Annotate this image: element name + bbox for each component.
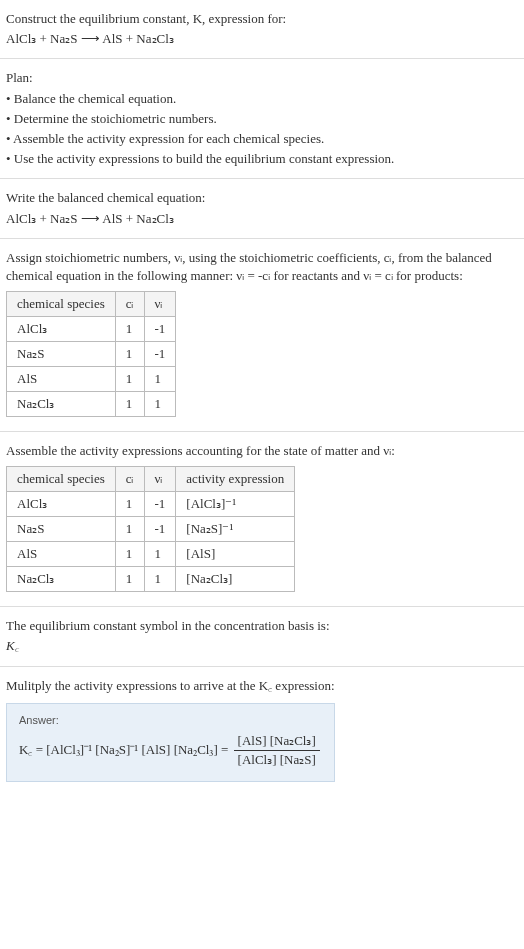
- cell-species: AlS: [7, 367, 116, 392]
- cell-species: AlCl₃: [7, 492, 116, 517]
- table-row: AlCl₃ 1 -1 [AlCl₃]⁻¹: [7, 492, 295, 517]
- answer-fraction: [AlS] [Na₂Cl₃] [AlCl₃] [Na₂S]: [234, 732, 320, 769]
- cell-species: Na₂Cl₃: [7, 567, 116, 592]
- stoich-section: Assign stoichiometric numbers, νᵢ, using…: [0, 239, 524, 432]
- cell-ci: 1: [115, 492, 144, 517]
- cell-activity: [Na₂S]⁻¹: [176, 517, 295, 542]
- cell-vi: 1: [144, 392, 176, 417]
- stoich-table: chemical species cᵢ νᵢ AlCl₃ 1 -1 Na₂S 1…: [6, 291, 176, 417]
- prompt-section: Construct the equilibrium constant, K, e…: [0, 0, 524, 59]
- cell-vi: -1: [144, 492, 176, 517]
- cell-activity: [AlCl₃]⁻¹: [176, 492, 295, 517]
- symbol-value: K꜀: [6, 637, 518, 655]
- table-header-row: chemical species cᵢ νᵢ activity expressi…: [7, 467, 295, 492]
- cell-vi: 1: [144, 567, 176, 592]
- cell-ci: 1: [115, 317, 144, 342]
- cell-vi: -1: [144, 517, 176, 542]
- answer-label: Answer:: [19, 714, 322, 726]
- cell-species: AlCl₃: [7, 317, 116, 342]
- cell-species: Na₂S: [7, 517, 116, 542]
- table-row: AlS 1 1 [AlS]: [7, 542, 295, 567]
- cell-species: AlS: [7, 542, 116, 567]
- balanced-intro: Write the balanced chemical equation:: [6, 189, 518, 207]
- answer-lhs: K꜀ = [AlCl₃]⁻¹ [Na₂S]⁻¹ [AlS] [Na₂Cl₃] =: [19, 741, 232, 756]
- cell-vi: -1: [144, 342, 176, 367]
- plan-item: • Assemble the activity expression for e…: [6, 130, 518, 148]
- activity-section: Assemble the activity expressions accoun…: [0, 432, 524, 607]
- symbol-intro: The equilibrium constant symbol in the c…: [6, 617, 518, 635]
- cell-ci: 1: [115, 367, 144, 392]
- activity-table: chemical species cᵢ νᵢ activity expressi…: [6, 466, 295, 592]
- col-vi: νᵢ: [144, 292, 176, 317]
- plan-section: Plan: • Balance the chemical equation. •…: [0, 59, 524, 179]
- plan-item: • Use the activity expressions to build …: [6, 150, 518, 168]
- col-species: chemical species: [7, 467, 116, 492]
- cell-ci: 1: [115, 342, 144, 367]
- stoich-intro: Assign stoichiometric numbers, νᵢ, using…: [6, 249, 518, 285]
- balanced-section: Write the balanced chemical equation: Al…: [0, 179, 524, 238]
- cell-ci: 1: [115, 517, 144, 542]
- table-row: AlCl₃ 1 -1: [7, 317, 176, 342]
- col-vi: νᵢ: [144, 467, 176, 492]
- table-row: Na₂S 1 -1: [7, 342, 176, 367]
- symbol-section: The equilibrium constant symbol in the c…: [0, 607, 524, 666]
- cell-ci: 1: [115, 542, 144, 567]
- prompt-equation: AlCl₃ + Na₂S ⟶ AlS + Na₂Cl₃: [6, 30, 518, 48]
- col-ci: cᵢ: [115, 292, 144, 317]
- answer-box: Answer: K꜀ = [AlCl₃]⁻¹ [Na₂S]⁻¹ [AlS] [N…: [6, 703, 335, 782]
- table-row: AlS 1 1: [7, 367, 176, 392]
- col-activity: activity expression: [176, 467, 295, 492]
- cell-vi: 1: [144, 542, 176, 567]
- table-header-row: chemical species cᵢ νᵢ: [7, 292, 176, 317]
- cell-vi: -1: [144, 317, 176, 342]
- fraction-denominator: [AlCl₃] [Na₂S]: [234, 751, 320, 769]
- cell-species: Na₂S: [7, 342, 116, 367]
- multiply-intro: Mulitply the activity expressions to arr…: [6, 677, 518, 695]
- cell-activity: [AlS]: [176, 542, 295, 567]
- activity-intro: Assemble the activity expressions accoun…: [6, 442, 518, 460]
- table-row: Na₂Cl₃ 1 1 [Na₂Cl₃]: [7, 567, 295, 592]
- cell-vi: 1: [144, 367, 176, 392]
- prompt-label: Construct the equilibrium constant, K, e…: [6, 11, 286, 26]
- answer-expression: K꜀ = [AlCl₃]⁻¹ [Na₂S]⁻¹ [AlS] [Na₂Cl₃] =…: [19, 732, 322, 769]
- plan-title: Plan:: [6, 69, 518, 87]
- cell-ci: 1: [115, 392, 144, 417]
- prompt-text: Construct the equilibrium constant, K, e…: [6, 10, 518, 28]
- cell-species: Na₂Cl₃: [7, 392, 116, 417]
- cell-ci: 1: [115, 567, 144, 592]
- table-row: Na₂Cl₃ 1 1: [7, 392, 176, 417]
- plan-item: • Balance the chemical equation.: [6, 90, 518, 108]
- cell-activity: [Na₂Cl₃]: [176, 567, 295, 592]
- col-ci: cᵢ: [115, 467, 144, 492]
- balanced-equation: AlCl₃ + Na₂S ⟶ AlS + Na₂Cl₃: [6, 210, 518, 228]
- answer-section: Mulitply the activity expressions to arr…: [0, 667, 524, 797]
- fraction-numerator: [AlS] [Na₂Cl₃]: [234, 732, 320, 751]
- col-species: chemical species: [7, 292, 116, 317]
- plan-item: • Determine the stoichiometric numbers.: [6, 110, 518, 128]
- table-row: Na₂S 1 -1 [Na₂S]⁻¹: [7, 517, 295, 542]
